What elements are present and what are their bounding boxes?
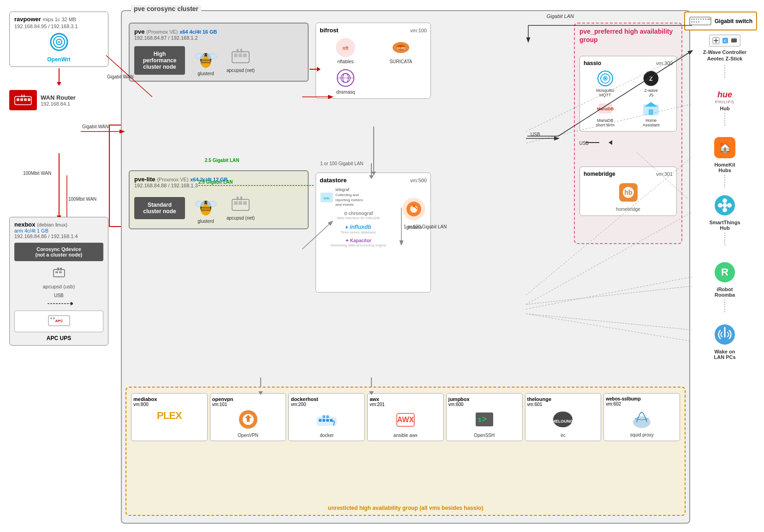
gigabit-switch-box: Gigabit switch [684, 12, 757, 30]
pve-lite-ip: 192.168.84.88 / 192.168.1.3 [134, 183, 303, 188]
nexbox-specs: arm 4c/4t 1 GB [14, 228, 103, 233]
ravpower-ip: 192.168.84.95 / 192.168.3.1 [14, 24, 103, 29]
svg-rect-71 [240, 49, 242, 53]
unres-ha-group: mediabox vm:800 PLEX openvpn vm:101 Open… [125, 387, 686, 516]
jumpbox-vm: jumpbox vm:600 > $ OpenSSH [446, 393, 523, 441]
hassio-vm-id: vm:300 [656, 60, 673, 66]
smartthings-label: SmartThingsHub [692, 220, 757, 231]
openvpn-vm: openvpn vm:101 OpenVPN [210, 393, 286, 441]
svg-text:AWX: AWX [397, 416, 414, 424]
homebridge-svc-label: homebridge [584, 207, 673, 212]
svg-rect-24 [20, 98, 23, 101]
ha-group: pve_preferred high availability group ha… [574, 23, 682, 244]
wan-router-ip: 192.168.84.1 [41, 101, 76, 107]
mariadb-label: MariaDBshort term [584, 118, 627, 127]
apcupsd-label: apcupsd (usb) [14, 284, 103, 289]
irobot-ext: R iRobotRoomba [692, 261, 757, 313]
zwave-js-service: Z Z-waveJS [630, 70, 673, 97]
ha-group-title: pve_preferred high availability group [579, 27, 681, 44]
svg-rect-129 [705, 18, 706, 20]
cluster-title: pve corosync cluster [131, 5, 201, 12]
bifrost-title: bifrost [320, 27, 338, 34]
svg-rect-110 [326, 419, 329, 422]
svg-rect-31 [59, 271, 62, 273]
apc-box: APC [14, 311, 103, 332]
telegraf-service: tele telegrafCollecting andreporting met… [320, 187, 397, 207]
svg-text:SURI: SURI [396, 46, 405, 50]
svg-rect-88 [240, 197, 242, 200]
svg-rect-33 [60, 268, 62, 270]
svg-text:APC: APC [55, 319, 63, 323]
zwave-label: Z-waveJS [630, 88, 673, 97]
svg-text:hb: hb [624, 189, 632, 196]
pve-title: pve [134, 28, 144, 35]
grafana-label: grafana [401, 225, 427, 230]
homeassistant-label: HomeAssistant [630, 118, 673, 127]
svg-point-44 [604, 78, 606, 79]
svg-rect-112 [322, 415, 325, 418]
homebridge-title: homebridge [584, 171, 615, 177]
suricata-service: SURI SURICATA [375, 37, 427, 64]
svg-text:>: > [482, 414, 487, 424]
100mbit-wan-label: 100Mbit WAN [23, 171, 51, 176]
nftables-service: nft nftables [320, 37, 371, 64]
nexbox-title: nexbox [14, 221, 36, 228]
svg-rect-30 [55, 271, 58, 273]
glusterd-lite-icon: glusterd [194, 192, 217, 224]
pve-lite-node: pve-lite (Proxmox VE) x64 2c/4t 12 GB 19… [129, 170, 309, 229]
svg-rect-28 [24, 95, 25, 97]
svg-point-77 [195, 201, 204, 207]
pve-node: pve (Proxmox VE) x64 4c/4t 16 GB 192.168… [129, 23, 309, 82]
svg-point-82 [207, 202, 208, 203]
svg-point-64 [203, 54, 204, 55]
ravpower-title: ravpower mips 1c 32 MB [14, 16, 103, 23]
homekit-ext: 🏠 HomeKitHubs [692, 136, 757, 189]
svg-rect-125 [696, 18, 697, 20]
apc-label: APC UPS [14, 335, 103, 341]
mediabox-vm: mediabox vm:800 PLEX [131, 393, 208, 441]
apcupsd-net-icon: apcupsd (net) [227, 48, 255, 73]
corosync-box: Corosync Qdevice(not a cluster node) [14, 243, 103, 261]
datastore-vm-id: vm:500 [410, 178, 427, 183]
cluster-area: pve corosync cluster Gigabit LAN pve_pre… [121, 10, 690, 524]
glusterd-label: glusterd [194, 71, 217, 76]
svg-text:C: C [724, 39, 727, 43]
dnsmasq-label: dnsmasq [320, 90, 371, 95]
wan-router-title: WAN Router [41, 94, 76, 101]
apcupsd-net-lite-label: apcupsd (net) [227, 215, 255, 221]
svg-rect-122 [690, 17, 711, 25]
svg-point-154 [722, 208, 727, 212]
mosquitto-service: MosquittoMQTT [584, 70, 627, 97]
svg-text:MariaDB: MariaDB [597, 107, 614, 111]
svg-rect-59 [201, 62, 210, 63]
svg-point-153 [727, 203, 732, 208]
svg-rect-126 [698, 18, 699, 20]
svg-rect-133 [696, 21, 697, 23]
usb-connection-label: USB [579, 141, 589, 146]
pve-lite-title: pve-lite [134, 176, 155, 183]
homekit-label: HomeKitHubs [692, 162, 757, 173]
dockerhost-vm: dockerhost vm:200 docker [288, 393, 365, 441]
svg-rect-51 [649, 109, 653, 115]
grafana-service: grafana [401, 197, 427, 230]
nexbox-ip: 192.168.84.86 / 192.168.1.4 [14, 233, 103, 239]
smartthings-ext: SmartThingsHub [692, 194, 757, 246]
svg-rect-132 [693, 21, 695, 23]
hue-ext: hue PHILIPS Hub [692, 90, 757, 127]
dnsmasq-service: dnsmasq [320, 68, 371, 95]
hp-cluster-node-box: Highperformancecluster node [134, 46, 185, 75]
svg-rect-84 [234, 201, 238, 205]
svg-rect-113 [326, 415, 329, 418]
svg-rect-39 [50, 317, 52, 319]
svg-text:tele: tele [324, 196, 330, 200]
gigabit-switch-label: Gigabit switch [715, 18, 752, 24]
svg-point-21 [58, 41, 60, 43]
svg-rect-29 [54, 269, 65, 277]
zwave-controller-label: Z-Wave ControllerAeotec Z-Stick [692, 49, 757, 62]
svg-text:🏠: 🏠 [719, 141, 732, 154]
thelounge-vm: thelounge vm:601 THELOUNGE irc [525, 393, 602, 441]
apcupsd-net-lite-icon: apcupsd (net) [227, 196, 255, 221]
svg-rect-27 [21, 95, 23, 97]
openwrt-label: OpenWrt [14, 56, 103, 63]
svg-marker-36 [71, 302, 73, 305]
